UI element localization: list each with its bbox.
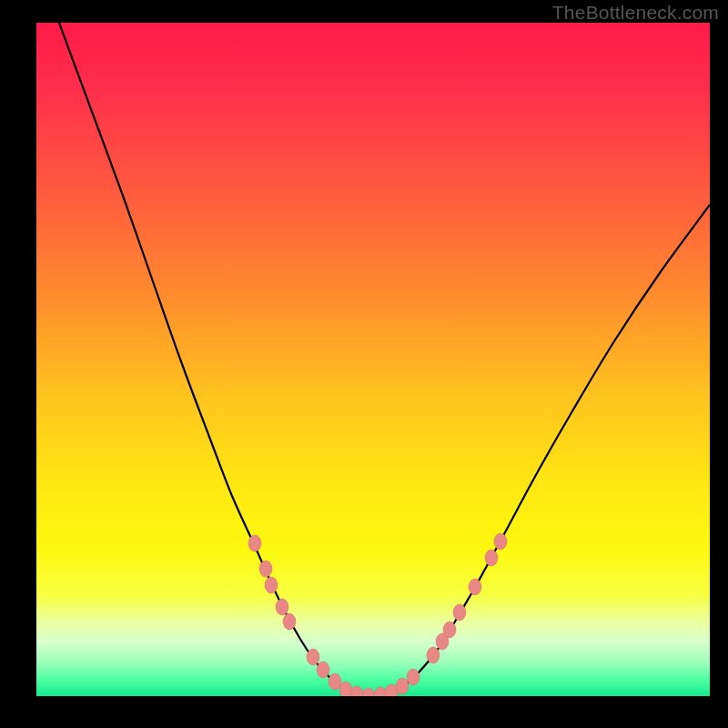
data-point	[443, 622, 456, 638]
data-point	[494, 533, 507, 550]
data-point	[276, 599, 288, 615]
data-point	[329, 673, 341, 690]
data-point	[265, 577, 278, 593]
data-point	[307, 649, 319, 665]
chart-frame: TheBottleneck.com	[0, 0, 728, 728]
data-point	[453, 604, 466, 621]
data-point	[350, 686, 363, 696]
scatter-dots	[36, 23, 710, 696]
data-point	[485, 550, 498, 566]
plot-area	[36, 23, 710, 696]
data-point	[283, 613, 296, 630]
watermark-text: TheBottleneck.com	[552, 2, 719, 24]
data-point	[396, 678, 409, 694]
data-point	[259, 561, 272, 577]
data-point	[362, 688, 375, 696]
data-point	[469, 579, 481, 595]
data-point	[248, 535, 261, 551]
data-point	[317, 662, 329, 678]
data-point	[427, 647, 440, 663]
data-point	[407, 669, 420, 685]
